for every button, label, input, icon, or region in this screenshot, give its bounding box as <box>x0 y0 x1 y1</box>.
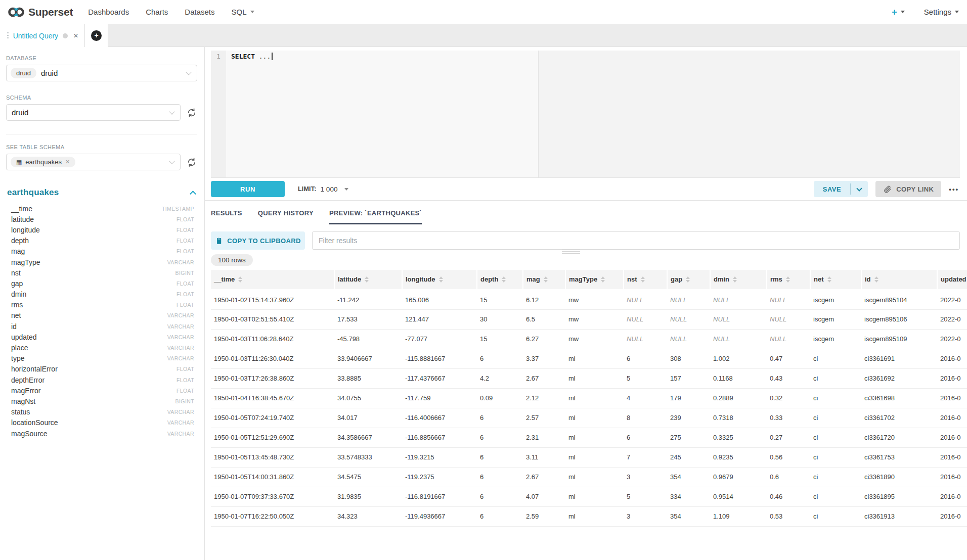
table-row: 1950-01-07T09:37:33.670Z31.9835-116.8191… <box>211 487 967 506</box>
table-cell: ci3361753 <box>861 447 937 467</box>
column-type: VARCHAR <box>167 355 194 361</box>
table-cell: 2016-0 <box>937 467 967 487</box>
pane-resize-handle[interactable] <box>562 249 580 255</box>
table-cell: 1950-01-03T11:06:28.640Z <box>211 329 334 349</box>
table-cell: 0.6 <box>767 467 810 487</box>
sort-icon[interactable] <box>641 276 645 283</box>
remove-table-icon[interactable]: ✕ <box>65 159 70 165</box>
column-header-depth[interactable]: depth <box>477 270 523 290</box>
schema-column-row: typeVARCHAR <box>6 353 197 364</box>
column-type: FLOAT <box>177 248 194 254</box>
column-header-mag[interactable]: mag <box>523 270 565 290</box>
table-cell: ml <box>565 408 624 428</box>
table-cell: 1950-01-05T07:24:19.740Z <box>211 408 334 428</box>
table-cell: 6 <box>477 487 523 506</box>
sort-icon[interactable] <box>786 276 790 283</box>
table-cell: 0.7318 <box>710 408 767 428</box>
table-cell: 2.57 <box>523 408 565 428</box>
sort-icon[interactable] <box>601 276 605 283</box>
column-header-latitude[interactable]: latitude <box>334 270 402 290</box>
column-type: VARCHAR <box>167 259 194 265</box>
filter-results-input[interactable] <box>312 231 960 250</box>
sort-icon[interactable] <box>365 276 369 283</box>
sort-icon[interactable] <box>686 276 690 283</box>
tab-untitled-query[interactable]: Untitled Query 1 ✕ <box>0 24 85 47</box>
column-name: magType <box>11 258 40 266</box>
table-cell: 5 <box>624 487 667 506</box>
nav-item-charts[interactable]: Charts <box>146 8 168 16</box>
save-button[interactable]: SAVE <box>814 181 850 197</box>
tab-results[interactable]: RESULTS <box>211 209 242 224</box>
schema-column-row: horizontalErrorFLOAT <box>6 364 197 375</box>
sql-keyword: SELECT <box>231 53 255 60</box>
tab-preview-earthquakes[interactable]: PREVIEW: `EARTHQUAKES` <box>329 209 422 224</box>
column-header-time[interactable]: __time <box>211 270 334 290</box>
table-cell: 2016-0 <box>937 408 967 428</box>
column-type: FLOAT <box>177 302 194 308</box>
table-cell: 1950-01-05T12:51:29.690Z <box>211 428 334 447</box>
column-header-net[interactable]: net <box>810 270 861 290</box>
table-cell: ci3361895 <box>861 487 937 506</box>
refresh-tables-button[interactable] <box>186 157 197 168</box>
column-name: depth <box>11 237 29 245</box>
drag-handle-icon[interactable] <box>7 32 9 39</box>
column-header-id[interactable]: id <box>861 270 937 290</box>
nav-item-datasets[interactable]: Datasets <box>185 8 214 16</box>
column-header-rms[interactable]: rms <box>767 270 810 290</box>
nav-item-dashboards[interactable]: Dashboards <box>88 8 129 16</box>
schema-column-row: magErrorFLOAT <box>6 385 197 396</box>
column-header-label: latitude <box>338 275 361 283</box>
copy-link-button[interactable]: COPY LINK <box>875 181 941 197</box>
limit-dropdown[interactable]: LIMIT: 1 000 <box>298 185 348 193</box>
copy-to-clipboard-button[interactable]: COPY TO CLIPBOARD <box>211 231 305 250</box>
column-header-updated[interactable]: updated <box>937 270 967 290</box>
table-cell: 334 <box>667 487 710 506</box>
table-cell: 0.33 <box>767 408 810 428</box>
table-cell: NULL <box>667 309 710 329</box>
schema-column-row: magNstBIGINT <box>6 396 197 406</box>
sql-editor[interactable]: 1 SELECT ... <box>211 51 960 178</box>
refresh-schema-button[interactable] <box>186 107 197 118</box>
table-schema-title[interactable]: earthquakes <box>7 188 59 198</box>
new-item-button[interactable]: + <box>892 8 905 17</box>
table-select[interactable]: ▦ earthquakes ✕ <box>6 154 181 170</box>
collapse-chevron-icon[interactable] <box>190 191 196 197</box>
table-cell: ml <box>565 447 624 467</box>
column-header-label: rms <box>770 275 782 283</box>
table-header-row: __timelatitudelongitudedepthmagmagTypens… <box>211 270 967 290</box>
more-options-button[interactable]: ••• <box>949 185 959 193</box>
sort-icon[interactable] <box>827 276 831 283</box>
table-cell: 1950-01-05T13:45:48.730Z <box>211 447 334 467</box>
sort-icon[interactable] <box>238 276 242 283</box>
nav-item-sql[interactable]: SQL <box>232 8 254 16</box>
sort-icon[interactable] <box>439 276 443 283</box>
column-name: magSource <box>11 430 48 438</box>
run-button[interactable]: RUN <box>211 181 285 197</box>
save-dropdown-button[interactable] <box>851 181 868 197</box>
table-cell: -117.759 <box>402 388 477 408</box>
table-cell: 308 <box>667 349 710 368</box>
superset-brand[interactable]: Superset <box>7 6 73 19</box>
column-header-magType[interactable]: magType <box>565 270 624 290</box>
editor-code-area[interactable]: SELECT ... <box>226 51 960 177</box>
database-select[interactable]: druid druid <box>6 65 197 81</box>
sort-icon[interactable] <box>874 276 878 283</box>
close-icon[interactable]: ✕ <box>73 32 78 39</box>
column-header-gap[interactable]: gap <box>667 270 710 290</box>
column-header-nst[interactable]: nst <box>624 270 667 290</box>
table-row: 1950-01-05T07:24:19.740Z34.017-116.40066… <box>211 408 967 428</box>
column-header-dmin[interactable]: dmin <box>710 270 767 290</box>
table-cell: ci <box>810 349 861 368</box>
column-header-longitude[interactable]: longitude <box>402 270 477 290</box>
table-cell: 0.2889 <box>710 388 767 408</box>
table-cell: 275 <box>667 428 710 447</box>
add-tab-button[interactable]: + <box>91 30 102 41</box>
tab-query-history[interactable]: QUERY HISTORY <box>258 209 314 224</box>
table-row: 1950-01-02T15:14:37.960Z-11.242165.00615… <box>211 290 967 309</box>
sort-icon[interactable] <box>502 276 506 283</box>
schema-select[interactable]: druid <box>6 104 181 121</box>
settings-menu[interactable]: Settings <box>924 8 959 16</box>
sort-icon[interactable] <box>544 276 548 283</box>
sort-icon[interactable] <box>733 276 737 283</box>
schema-column-row: idVARCHAR <box>6 321 197 332</box>
